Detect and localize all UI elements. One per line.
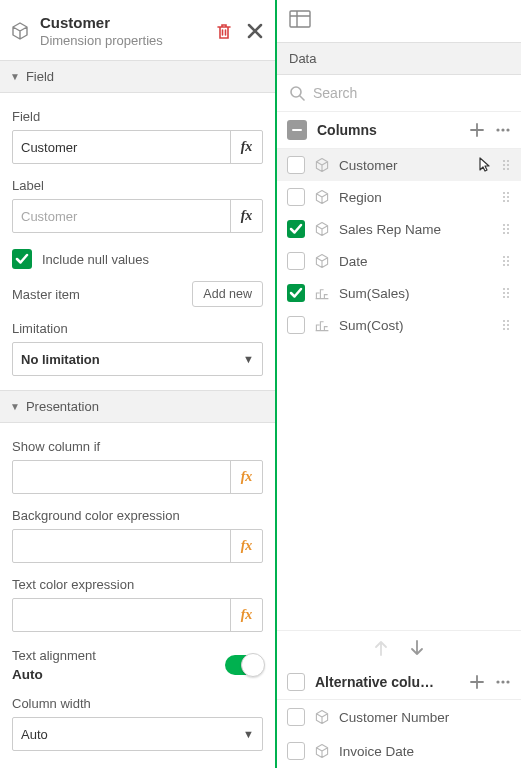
bg-expression-input[interactable] (13, 530, 230, 562)
columns-title: Columns (317, 122, 459, 138)
column-item[interactable]: Sum(Sales) (277, 277, 521, 309)
column-width-label: Column width (12, 696, 263, 711)
properties-header: Customer Dimension properties (0, 0, 275, 60)
alt-column-item[interactable]: Invoice Date (277, 734, 521, 768)
chevron-down-icon: ▼ (243, 728, 254, 740)
cube-icon (314, 253, 330, 269)
move-up-button[interactable] (372, 639, 390, 657)
columns-more-icon[interactable] (495, 122, 511, 138)
text-expression-label: Text color expression (12, 577, 263, 592)
field-label: Field (12, 109, 263, 124)
column-name: Customer (339, 158, 467, 173)
column-name: Sum(Sales) (339, 286, 492, 301)
text-expression-fx-button[interactable]: fx (230, 599, 262, 631)
include-null-label: Include null values (42, 252, 149, 267)
add-alt-column-icon[interactable] (469, 674, 485, 690)
limitation-select[interactable]: No limitation ▼ (12, 342, 263, 376)
text-alignment-label: Text alignment (12, 648, 96, 663)
include-null-checkbox[interactable] (12, 249, 32, 269)
drag-handle[interactable] (501, 320, 511, 330)
cube-icon (10, 21, 30, 41)
alt-column-item[interactable]: Customer Number (277, 700, 521, 734)
show-column-if-input[interactable] (13, 461, 230, 493)
section-field-label: Field (26, 69, 54, 84)
column-name: Sales Rep Name (339, 222, 492, 237)
drag-handle[interactable] (501, 256, 511, 266)
column-checkbox[interactable] (287, 220, 305, 238)
data-panel-header (277, 0, 521, 42)
field-section-body: Field fx Label fx Include null values Ma… (0, 93, 275, 390)
bg-expression-row: fx (12, 529, 263, 563)
alt-columns-checkbox[interactable] (287, 673, 305, 691)
section-field[interactable]: ▼ Field (0, 60, 275, 93)
measure-icon (314, 285, 330, 301)
label-input[interactable] (13, 200, 230, 232)
pointer-icon (474, 156, 492, 174)
column-checkbox[interactable] (287, 708, 305, 726)
master-item-label: Master item (12, 287, 80, 302)
collapse-columns-button[interactable] (287, 120, 307, 140)
show-column-if-label: Show column if (12, 439, 263, 454)
field-input[interactable] (13, 131, 230, 163)
show-column-if-row: fx (12, 460, 263, 494)
text-alignment-toggle[interactable] (225, 655, 263, 675)
properties-title: Customer (40, 14, 205, 31)
text-expression-input[interactable] (13, 599, 230, 631)
add-column-icon[interactable] (469, 122, 485, 138)
text-alignment-value: Auto (12, 667, 96, 682)
column-checkbox[interactable] (287, 316, 305, 334)
search-row (277, 75, 521, 112)
cube-icon (314, 189, 330, 205)
cube-icon (314, 157, 330, 173)
column-item[interactable]: Customer (277, 149, 521, 181)
check-icon (289, 286, 303, 300)
add-new-button[interactable]: Add new (192, 281, 263, 307)
column-checkbox[interactable] (287, 252, 305, 270)
search-icon (289, 85, 305, 101)
column-width-select[interactable]: Auto ▼ (12, 717, 263, 751)
section-presentation[interactable]: ▼ Presentation (0, 390, 275, 423)
drag-handle[interactable] (501, 160, 511, 170)
drag-handle[interactable] (501, 288, 511, 298)
cube-icon (314, 709, 330, 725)
table-icon (289, 10, 311, 28)
alt-columns-more-icon[interactable] (495, 674, 511, 690)
alt-columns-title: Alternative colu… (315, 674, 459, 690)
chevron-down-icon: ▼ (243, 353, 254, 365)
close-icon[interactable] (247, 23, 263, 39)
column-checkbox[interactable] (287, 284, 305, 302)
alt-columns-group-header[interactable]: Alternative colu… (277, 665, 521, 700)
field-input-row: fx (12, 130, 263, 164)
column-item[interactable]: Region (277, 181, 521, 213)
column-checkbox[interactable] (287, 188, 305, 206)
column-item[interactable]: Date (277, 245, 521, 277)
search-input[interactable] (313, 85, 509, 101)
check-icon (289, 222, 303, 236)
column-name: Region (339, 190, 492, 205)
column-item[interactable]: Sum(Cost) (277, 309, 521, 341)
drag-handle[interactable] (501, 192, 511, 202)
measure-icon (314, 317, 330, 333)
column-name: Sum(Cost) (339, 318, 492, 333)
column-checkbox[interactable] (287, 742, 305, 760)
label-fx-button[interactable]: fx (230, 200, 262, 232)
columns-group-header[interactable]: Columns (277, 112, 521, 149)
bg-expression-label: Background color expression (12, 508, 263, 523)
cube-icon (314, 743, 330, 759)
delete-icon[interactable] (215, 22, 233, 40)
drag-handle[interactable] (501, 224, 511, 234)
label-label: Label (12, 178, 263, 193)
bg-expression-fx-button[interactable]: fx (230, 530, 262, 562)
column-checkbox[interactable] (287, 156, 305, 174)
limitation-label: Limitation (12, 321, 263, 336)
check-icon (15, 252, 29, 266)
move-down-button[interactable] (408, 639, 426, 657)
label-input-row: fx (12, 199, 263, 233)
column-name: Invoice Date (339, 744, 511, 759)
cube-icon (314, 221, 330, 237)
field-fx-button[interactable]: fx (230, 131, 262, 163)
column-item[interactable]: Sales Rep Name (277, 213, 521, 245)
show-column-if-fx-button[interactable]: fx (230, 461, 262, 493)
limitation-value: No limitation (21, 352, 100, 367)
collapse-caret-icon: ▼ (10, 71, 20, 82)
